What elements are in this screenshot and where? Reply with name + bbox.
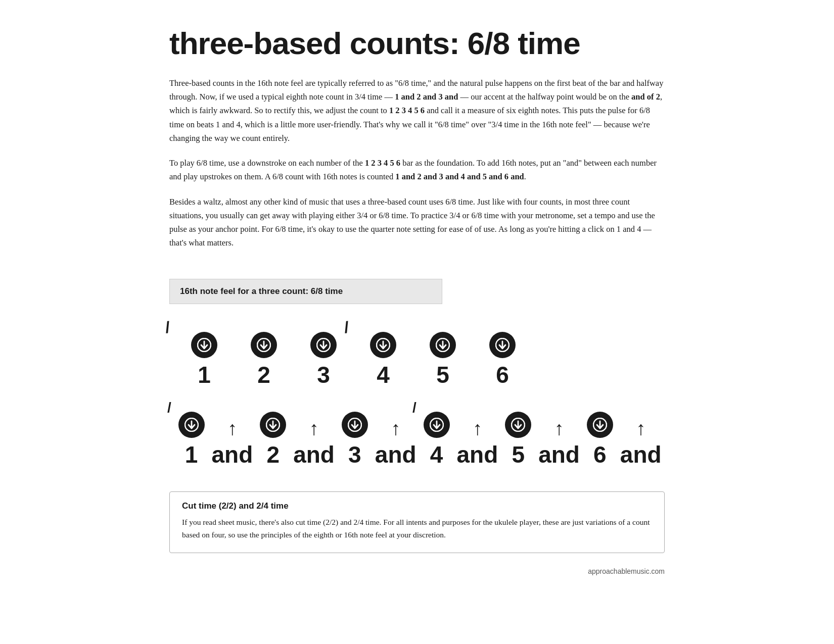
beat-number-3: 3 xyxy=(317,363,330,386)
section-label: 16th note feel for a three count: 6/8 ti… xyxy=(169,279,442,304)
r2-down-6 xyxy=(587,412,613,438)
r2-label-6: 6 xyxy=(593,443,607,466)
r2-and-5: ↑ and xyxy=(535,419,583,466)
beat-number-4: 4 xyxy=(377,363,390,386)
r2-down-4 xyxy=(424,412,450,438)
up-arrow-5: ↑ xyxy=(554,419,564,438)
paragraph-3: Besides a waltz, almost any other kind o… xyxy=(169,195,665,250)
up-arrow-3: ↑ xyxy=(391,419,400,438)
r2-label-3: 3 xyxy=(348,443,361,466)
beat-4-cell: / 4 xyxy=(353,318,413,386)
note-box: Cut time (2/2) and 2/4 time If you read … xyxy=(169,491,665,553)
r2-down-1 xyxy=(178,412,205,438)
r2-and-label-5: and xyxy=(538,443,580,466)
r2-beat-6: 6 xyxy=(583,412,617,466)
up-arrow-2: ↑ xyxy=(309,419,319,438)
page-title: three-based counts: 6/8 time xyxy=(169,25,665,61)
r2-beat-5: 5 xyxy=(501,412,535,466)
r2-and-4: ↑ and xyxy=(453,419,501,466)
r2-beat-2: 2 xyxy=(256,412,290,466)
footer-url: approachablemusic.com xyxy=(169,567,665,575)
beat-number-6: 6 xyxy=(496,363,509,386)
r2-beat-3: 3 xyxy=(338,412,372,466)
up-arrow-6: ↑ xyxy=(636,419,645,438)
r2-down-2 xyxy=(260,412,286,438)
r2-and-label-6: and xyxy=(620,443,662,466)
beat-5-cell: 5 xyxy=(413,332,473,386)
paragraph-2: To play 6/8 time, use a downstroke on ea… xyxy=(169,156,665,183)
r2-and-3: ↑ and xyxy=(372,419,420,466)
paragraph-1: Three-based counts in the 16th note feel… xyxy=(169,76,665,145)
beat-1-cell: / 1 xyxy=(174,318,234,386)
row1-diagram: / 1 2 xyxy=(174,318,665,394)
down-arrow-5 xyxy=(430,332,456,358)
accent-4: / xyxy=(343,318,349,337)
r2-label-5: 5 xyxy=(512,443,525,466)
r2-and-label-3: and xyxy=(375,443,416,466)
down-arrow-4 xyxy=(370,332,396,358)
r2-and-6: ↑ and xyxy=(617,419,665,466)
r2-and-2: ↑ and xyxy=(290,419,338,466)
down-arrow-1 xyxy=(191,332,217,358)
r2-beat-4: / 4 xyxy=(420,400,453,466)
down-arrow-2 xyxy=(251,332,277,358)
beat-number-1: 1 xyxy=(198,363,211,386)
down-arrow-6 xyxy=(489,332,516,358)
r2-down-5 xyxy=(505,412,531,438)
beat-2-cell: 2 xyxy=(234,332,294,386)
r2-and-label-4: and xyxy=(457,443,498,466)
r2-beat-1: / 1 xyxy=(174,400,208,466)
r2-label-4: 4 xyxy=(430,443,443,466)
down-arrow-3 xyxy=(310,332,337,358)
row2-diagram: / 1 ↑ and 2 ↑ xyxy=(174,400,665,476)
r2-and-1: ↑ and xyxy=(208,419,256,466)
r2-down-3 xyxy=(342,412,368,438)
beat-6-cell: 6 xyxy=(473,332,532,386)
note-box-body: If you read sheet music, there's also cu… xyxy=(182,516,652,541)
note-box-title: Cut time (2/2) and 2/4 time xyxy=(182,501,652,511)
accent-1: / xyxy=(164,318,170,337)
r2-label-1: 1 xyxy=(185,443,198,466)
r2-and-label-2: and xyxy=(293,443,335,466)
up-arrow-1: ↑ xyxy=(227,419,237,438)
beat-3-cell: 3 xyxy=(294,332,353,386)
beat-number-5: 5 xyxy=(436,363,449,386)
up-arrow-4: ↑ xyxy=(473,419,482,438)
r2-and-label-1: and xyxy=(211,443,253,466)
beat-number-2: 2 xyxy=(257,363,270,386)
r2-label-2: 2 xyxy=(266,443,280,466)
